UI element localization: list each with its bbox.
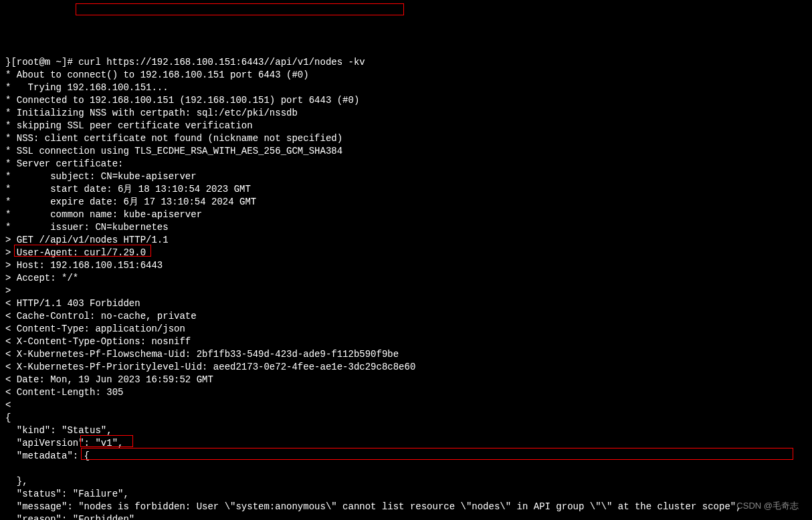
output-line: * expire date: 6月 17 13:10:54 2024 GMT — [5, 197, 256, 207]
output-line: }, — [5, 476, 28, 487]
output-line: * skipping SSL peer certificate verifica… — [5, 120, 253, 131]
shell-prompt: }[root@m ~]# — [5, 57, 78, 68]
command-text: curl https://192.168.100.151:6443//api/v… — [78, 57, 365, 68]
output-line: "apiVersion": "v1", — [5, 438, 123, 448]
output-line: < X-Kubernetes-Pf-Prioritylevel-Uid: aee… — [5, 362, 415, 372]
output-line: < HTTP/1.1 403 Forbidden — [5, 298, 140, 309]
output-line: < X-Content-Type-Options: nosniff — [5, 336, 191, 347]
output-line: * Initializing NSS with certpath: sql:/e… — [5, 108, 298, 118]
output-line: "reason": "Forbidden", — [5, 514, 140, 520]
output-line: < X-Kubernetes-Pf-Flowschema-Uid: 2bf1fb… — [5, 349, 399, 360]
output-line: > Accept: */* — [5, 273, 78, 283]
output-line: > — [5, 285, 11, 296]
output-line: > Host: 192.168.100.151:6443 — [5, 260, 163, 271]
output-line: * start date: 6月 18 13:10:54 2023 GMT — [5, 184, 251, 194]
output-line: * SSL connection using TLS_ECDHE_RSA_WIT… — [5, 146, 342, 156]
output-line: { — [5, 412, 11, 423]
output-line: "metadata": { — [5, 450, 90, 461]
output-line: * About to connect() to 192.168.100.151 … — [5, 70, 309, 80]
watermark-text: CSDN @毛奇志 — [736, 499, 799, 512]
output-line — [5, 463, 28, 474]
output-line: * Server certificate: — [5, 158, 123, 169]
output-line: * NSS: client certificate not found (nic… — [5, 133, 342, 144]
output-line: < Content-Type: application/json — [5, 323, 185, 334]
output-line: > GET //api/v1/nodes HTTP/1.1 — [5, 235, 169, 245]
output-line: * subject: CN=kube-apiserver — [5, 171, 197, 182]
output-line: < — [5, 400, 11, 410]
output-line: < Content-Length: 305 — [5, 387, 123, 398]
output-line: < Date: Mon, 19 Jun 2023 16:59:52 GMT — [5, 374, 213, 385]
output-line: * Connected to 192.168.100.151 (192.168.… — [5, 95, 359, 106]
output-line: * Trying 192.168.100.151... — [5, 82, 169, 93]
output-line: * common name: kube-apiserver — [5, 209, 202, 220]
output-line: "message": "nodes is forbidden: User \"s… — [5, 501, 742, 512]
output-line: "status": "Failure", — [5, 489, 129, 499]
terminal-output: }[root@m ~]# curl https://192.168.100.15… — [5, 56, 807, 520]
output-line: > User-Agent: curl/7.29.0 — [5, 247, 146, 258]
output-line: * issuer: CN=kubernetes — [5, 222, 169, 233]
output-line: "kind": "Status", — [5, 425, 112, 436]
highlight-command — [76, 3, 404, 15]
output-line: < Cache-Control: no-cache, private — [5, 311, 197, 321]
